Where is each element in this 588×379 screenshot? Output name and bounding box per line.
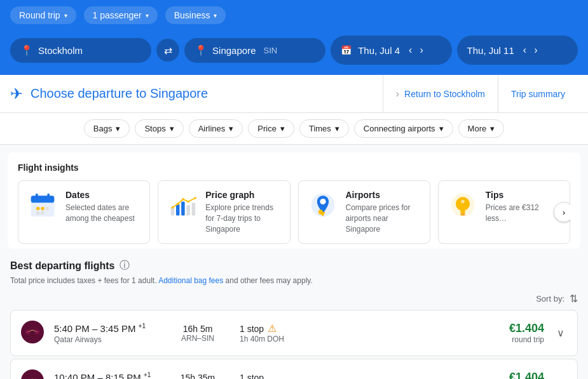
flight-1-day-offset: +1 xyxy=(139,322,146,329)
flight-1-layover: 1h 40m DOH xyxy=(240,335,316,343)
filter-bags-label: Bags xyxy=(93,124,113,133)
filter-price-label: Price xyxy=(257,124,277,133)
depart-date-field[interactable]: 📅 Thu, Jul 4 ‹ › xyxy=(331,36,451,65)
return-prev-button[interactable]: ‹ xyxy=(521,42,529,58)
flight-card-1[interactable]: 5:40 PM – 3:45 PM +1 Qatar Airways 16h 5… xyxy=(10,310,578,356)
filter-connecting-airports-chevron-icon: ▾ xyxy=(439,124,444,133)
class-button[interactable]: Business ▾ xyxy=(165,6,226,24)
flights-title: Best departing flights xyxy=(10,260,114,272)
filter-price-chevron-icon: ▾ xyxy=(280,124,285,133)
filter-price-button[interactable]: Price ▾ xyxy=(248,119,294,138)
flight-1-depart-time: 5:40 PM xyxy=(54,323,90,334)
airports-insight-text: Airports Compare prices for airports nea… xyxy=(346,190,421,234)
trip-type-chevron-icon: ▾ xyxy=(64,12,67,19)
flight-2-price-value: €1.404 xyxy=(509,371,544,379)
flight-1-duration-value: 16h 5m xyxy=(166,324,229,334)
subtitle-text: Total price includes taxes + fees for 1 … xyxy=(10,276,156,285)
flight-2-duration: 15h 35m ARN–SIN xyxy=(166,373,229,379)
flight-1-duration: 16h 5m ARN–SIN xyxy=(166,324,229,343)
svg-rect-12 xyxy=(187,205,191,216)
flight-2-logo xyxy=(21,369,44,379)
flight-1-times: 5:40 PM – 3:45 PM +1 Qatar Airways xyxy=(54,322,156,344)
insight-card-price-graph[interactable]: Price graph Explore price trends for 7-d… xyxy=(158,180,290,244)
flight-2-arrive-time: 8:15 PM xyxy=(106,372,141,379)
plane-icon: ✈ xyxy=(10,85,23,103)
flight-2-stops-label: 1 stop xyxy=(240,373,264,379)
sort-bar: Sort by: ⇅ xyxy=(10,293,578,305)
flight-2-expand-button[interactable]: ∨ xyxy=(554,373,567,379)
flights-subtitle: Total price includes taxes + fees for 1 … xyxy=(10,276,578,285)
flight-1-arrive-time: 3:45 PM xyxy=(100,323,136,334)
swap-button[interactable]: ⇄ xyxy=(156,39,179,62)
additional-bag-fees-link[interactable]: Additional bag fees xyxy=(158,276,223,285)
svg-point-15 xyxy=(177,203,179,205)
flight-1-price-value: €1.404 xyxy=(509,322,544,335)
filter-bags-button[interactable]: Bags ▾ xyxy=(84,119,130,138)
destination-field[interactable]: 📍 Singapore SIN xyxy=(184,38,325,63)
origin-field[interactable]: 📍 Stockholm xyxy=(10,38,151,63)
filter-more-chevron-icon: ▾ xyxy=(490,124,495,133)
trip-summary-link[interactable]: Trip summary xyxy=(498,75,578,113)
return-date-field[interactable]: Thu, Jul 11 ‹ › xyxy=(457,36,578,65)
subtitle-suffix: and other fees may apply. xyxy=(226,276,313,285)
svg-rect-9 xyxy=(171,208,175,216)
flight-2-time-range: 10:40 PM – 8:15 PM +1 xyxy=(54,371,156,379)
tips-icon xyxy=(448,190,478,220)
svg-point-5 xyxy=(41,207,44,211)
insight-card-dates[interactable]: Dates Selected dates are among the cheap… xyxy=(18,180,150,244)
filter-bags-chevron-icon: ▾ xyxy=(116,124,120,133)
page-title: Choose departure to Singapore xyxy=(31,86,208,101)
svg-rect-13 xyxy=(192,203,196,215)
page-title-area: ✈ Choose departure to Singapore xyxy=(10,85,383,103)
airports-label: Airports xyxy=(346,190,421,200)
sort-icon[interactable]: ⇅ xyxy=(570,293,578,305)
insight-card-airports[interactable]: Airports Compare prices for airports nea… xyxy=(298,180,430,244)
svg-rect-10 xyxy=(176,204,180,215)
trip-type-label: Round trip xyxy=(19,10,60,20)
passengers-label: 1 passenger xyxy=(93,10,142,20)
insights-cards: Dates Selected dates are among the cheap… xyxy=(18,180,570,244)
flight-card-2[interactable]: 10:40 PM – 8:15 PM +1 Qatar Airways 15h … xyxy=(10,359,578,379)
svg-point-6 xyxy=(46,207,49,211)
flight-2-stops-value: 1 stop xyxy=(240,373,316,379)
insight-card-tips[interactable]: Tips Prices are €312 less… xyxy=(438,180,570,244)
passengers-button[interactable]: 1 passenger ▾ xyxy=(84,6,158,24)
svg-point-8 xyxy=(41,211,44,215)
flights-section: Best departing flights ⓘ Total price inc… xyxy=(0,249,588,379)
filter-connecting-airports-label: Connecting airports xyxy=(364,124,435,133)
flight-1-price-type: round trip xyxy=(509,335,544,344)
trip-type-button[interactable]: Round trip ▾ xyxy=(10,6,76,24)
return-date-value: Thu, Jul 11 xyxy=(467,45,514,56)
depart-next-button[interactable]: › xyxy=(417,42,425,58)
origin-value: Stockholm xyxy=(38,45,83,56)
airports-desc: Compare prices for airports near Singapo… xyxy=(346,203,421,234)
top-nav: Round trip ▾ 1 passenger ▾ Business ▾ xyxy=(0,0,588,30)
filter-times-button[interactable]: Times ▾ xyxy=(299,119,349,138)
svg-point-17 xyxy=(188,201,190,203)
filter-times-label: Times xyxy=(309,124,331,133)
insights-scroll-right-button[interactable]: › xyxy=(554,202,570,222)
return-next-button[interactable]: › xyxy=(531,42,540,58)
filter-times-chevron-icon: ▾ xyxy=(335,124,339,133)
filter-more-button[interactable]: More ▾ xyxy=(458,119,505,138)
filter-bar: Bags ▾ Stops ▾ Airlines ▾ Price ▾ Times … xyxy=(0,113,588,145)
tips-insight-text: Tips Prices are €312 less… xyxy=(486,190,561,224)
airports-icon xyxy=(308,190,338,220)
filter-connecting-airports-button[interactable]: Connecting airports ▾ xyxy=(354,119,453,138)
flight-1-warning-icon: ⚠ xyxy=(268,322,277,335)
svg-point-4 xyxy=(36,207,39,211)
svg-rect-2 xyxy=(36,194,38,198)
depart-prev-button[interactable]: ‹ xyxy=(406,42,414,58)
flight-2-depart-time: 10:40 PM xyxy=(54,372,95,379)
calendar-icon: 📅 xyxy=(341,45,352,55)
flight-1-price: €1.404 round trip xyxy=(509,322,544,344)
return-to-stockholm-link[interactable]: › Return to Stockholm xyxy=(383,75,498,113)
svg-point-20 xyxy=(320,199,325,204)
flight-1-expand-button[interactable]: ∨ xyxy=(554,324,567,342)
flight-1-dash: – xyxy=(92,323,100,334)
flights-info-icon[interactable]: ⓘ xyxy=(120,259,130,272)
filter-airlines-button[interactable]: Airlines ▾ xyxy=(189,119,243,138)
destination-pin-icon: 📍 xyxy=(195,44,207,57)
filter-stops-button[interactable]: Stops ▾ xyxy=(135,119,183,138)
svg-point-16 xyxy=(182,198,184,201)
